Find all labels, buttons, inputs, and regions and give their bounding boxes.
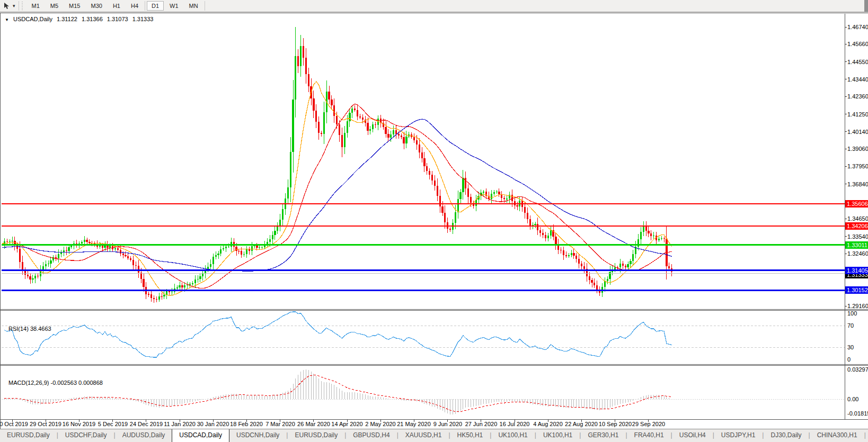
price-axis-tick: 1.37950 — [847, 163, 868, 169]
date-axis-tick[interactable]: 9 Jun 2020 — [433, 421, 462, 427]
price-axis-tick: 1.41250 — [847, 111, 868, 118]
candlesticks — [4, 27, 672, 303]
macd-indicator-label: MACD(12,26,9) -0.002563 0.000868 — [8, 380, 103, 386]
timeframe-button-h4[interactable]: H4 — [126, 1, 143, 11]
date-axis-tick[interactable]: 16 Jul 2020 — [500, 421, 530, 427]
symbol-tab-dj30-daily[interactable]: DJ30,Daily — [764, 429, 808, 442]
chart-window: ▼ USDCAD,Daily 1.31122 1.31366 1.31073 1… — [0, 13, 868, 429]
symbol-tab-eurusd-daily[interactable]: EURUSD,Daily — [288, 429, 344, 442]
toolbar-separator — [205, 1, 205, 11]
date-axis-tick[interactable]: 26 Mar 2020 — [297, 421, 330, 427]
rsi-axis-tick: 70 — [847, 322, 854, 329]
date-axis-tick[interactable]: 27 Jun 2020 — [465, 421, 498, 427]
date-axis-tick[interactable]: 22 Aug 2020 — [565, 421, 598, 427]
timeframe-button-m5[interactable]: M5 — [46, 1, 63, 11]
timeframe-button-mn[interactable]: MN — [184, 1, 203, 11]
date-axis-tick[interactable]: 10 Sep 2020 — [599, 421, 632, 427]
price-axis-tick: 1.34650 — [847, 215, 868, 222]
price-axis-tick: 1.32460 — [847, 250, 868, 257]
cursor-tool-caret-icon[interactable]: ▾ — [13, 3, 15, 8]
symbol-tab-usdcad-daily[interactable]: USDCAD,Daily — [172, 429, 229, 442]
date-axis-tick[interactable]: 5 Dec 2019 — [98, 421, 128, 427]
price-axis-tick: 1.33540 — [847, 233, 868, 240]
level-price-badge: 1.30152 — [845, 286, 868, 294]
toolbar-separator — [145, 1, 145, 11]
date-axis-tick[interactable]: 4 Aug 2020 — [533, 421, 563, 427]
symbol-tab-fra40-h1[interactable]: FRA40,H1 — [627, 429, 671, 442]
date-axis-tick[interactable]: 16 Nov 2019 — [63, 421, 95, 427]
chart-symbol-label: USDCAD,Daily — [13, 16, 52, 22]
rsi-axis-tick: 100 — [847, 310, 857, 317]
chart-header: ▼ USDCAD,Daily 1.31122 1.31366 1.31073 1… — [5, 16, 156, 22]
rsi-axis-tick: 30 — [847, 344, 854, 350]
macd-axis-tick: -0.018154 — [847, 410, 868, 417]
ohlc-low: 1.31073 — [107, 16, 128, 22]
symbol-tab-hk50-h1[interactable]: HK50,H1 — [450, 429, 490, 442]
symbol-tab-usdcnh-daily[interactable]: USDCNH,Daily — [229, 429, 286, 442]
price-axis-tick: 1.42360 — [847, 93, 868, 100]
level-price-badge: 1.33011 — [845, 241, 868, 249]
timeframe-button-w1[interactable]: W1 — [165, 1, 183, 11]
symbol-tab-usoil-h1[interactable]: USOil,H1 — [866, 429, 868, 442]
rsi-indicator-label: RSI(14) 38.4663 — [8, 326, 51, 332]
chart-svg[interactable] — [1, 13, 868, 429]
rsi-axis-tick: 0 — [847, 356, 851, 363]
symbol-tab-audusd-daily[interactable]: AUDUSD,Daily — [116, 429, 172, 442]
level-price-badge: 1.31405 — [845, 267, 868, 274]
cursor-tool-icon[interactable] — [2, 1, 12, 11]
date-axis-tick[interactable]: 21 May 2020 — [397, 421, 431, 427]
ohlc-open: 1.31122 — [57, 16, 77, 22]
date-axis-tick[interactable]: 18 Feb 2020 — [230, 421, 263, 427]
level-price-badge: 1.35606 — [845, 200, 868, 208]
ohlc-high: 1.31366 — [82, 16, 103, 22]
chart-canvas[interactable] — [1, 13, 868, 429]
price-axis-tick: 1.36840 — [847, 181, 868, 187]
macd-axis-tick: 0.032972 — [847, 366, 868, 373]
moving-average-25 — [2, 104, 672, 288]
date-axis-tick[interactable]: 11 Jan 2020 — [164, 421, 196, 427]
price-axis-tick: 1.46740 — [847, 24, 868, 30]
date-axis-tick[interactable]: 24 Dec 2019 — [130, 421, 163, 427]
chart-collapse-icon[interactable]: ▼ — [5, 17, 9, 22]
rsi-line — [4, 312, 671, 357]
date-axis-tick[interactable]: 29 Oct 2019 — [30, 421, 61, 427]
date-axis-tick[interactable]: 30 Jan 2020 — [197, 421, 229, 427]
timeframe-button-m30[interactable]: M30 — [86, 1, 107, 11]
price-axis-tick: 1.45660 — [847, 41, 868, 47]
date-axis-tick[interactable]: 14 Apr 2020 — [331, 421, 362, 427]
price-axis-tick: 1.40140 — [847, 129, 868, 135]
price-axis-tick: 1.29160 — [847, 303, 868, 309]
price-axis-tick: 1.43440 — [847, 76, 868, 83]
top-toolbar: ▾ M1M5M15M30H1H4D1W1MN — [0, 0, 868, 12]
date-axis-tick[interactable]: 10 Oct 2019 — [0, 421, 28, 427]
symbol-tab-usdchf-daily[interactable]: USDCHF,Daily — [58, 429, 114, 442]
symbol-tab-uk100-h1[interactable]: UK100,H1 — [536, 429, 579, 442]
timeframe-button-d1[interactable]: D1 — [147, 1, 164, 11]
timeframe-button-h1[interactable]: H1 — [108, 1, 125, 11]
symbol-tab-china300-h1[interactable]: CHINA300,H1 — [810, 429, 864, 442]
toolbar-edge — [864, 0, 868, 12]
symbol-tab-eurusd-daily[interactable]: EURUSD,Daily — [0, 429, 57, 442]
symbol-tab-ger30-h1[interactable]: GER30,H1 — [581, 429, 625, 442]
symbol-tab-gbpusd-h4[interactable]: GBPUSD,H4 — [346, 429, 396, 442]
date-axis-tick[interactable]: 29 Sep 2020 — [632, 421, 665, 427]
macd-signal-line — [4, 375, 671, 412]
mt4-application: { "toolbar": { "cursor_tool_icon": "poin… — [0, 0, 868, 442]
symbol-tab-usoil-h4[interactable]: USOil,H4 — [672, 429, 713, 442]
price-axis-tick: 1.44550 — [847, 59, 868, 65]
macd-histogram — [4, 369, 671, 414]
timeframe-button-m15[interactable]: M15 — [64, 1, 85, 11]
symbol-tab-uk100-h1[interactable]: UK100,H1 — [491, 429, 534, 442]
ohlc-close: 1.31333 — [132, 16, 154, 22]
symbol-tab-bar: EURUSD,Daily|USDCHF,Daily|AUDUSD,DailyUS… — [0, 429, 868, 442]
timeframe-button-m1[interactable]: M1 — [27, 1, 45, 11]
symbol-tab-usdjpy-h1[interactable]: USDJPY,H1 — [714, 429, 762, 442]
toolbar-separator — [19, 1, 19, 11]
symbol-tab-xauusd-h1[interactable]: XAUUSD,H1 — [398, 429, 449, 442]
date-axis-tick[interactable]: 2 May 2020 — [365, 421, 395, 427]
macd-axis-tick: 0.00 — [847, 396, 858, 402]
level-price-badge: 1.34206 — [845, 222, 868, 230]
date-axis-tick[interactable]: 7 Mar 2020 — [265, 421, 295, 427]
toolbar-grip-handle[interactable] — [22, 2, 24, 10]
price-axis-tick: 1.39060 — [847, 146, 868, 152]
